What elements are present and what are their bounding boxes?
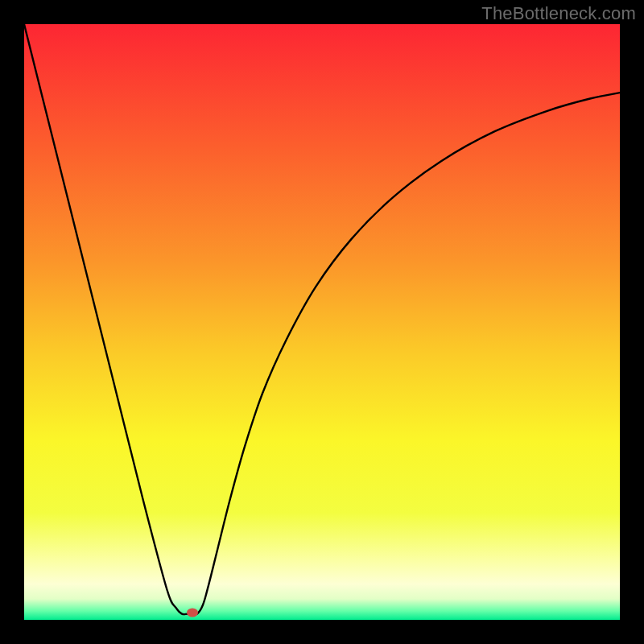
- minimum-marker: [187, 609, 198, 617]
- plot-area: [24, 24, 620, 620]
- watermark-text: TheBottleneck.com: [481, 3, 636, 24]
- bottleneck-curve: [24, 24, 620, 620]
- chart-frame: TheBottleneck.com: [0, 0, 644, 644]
